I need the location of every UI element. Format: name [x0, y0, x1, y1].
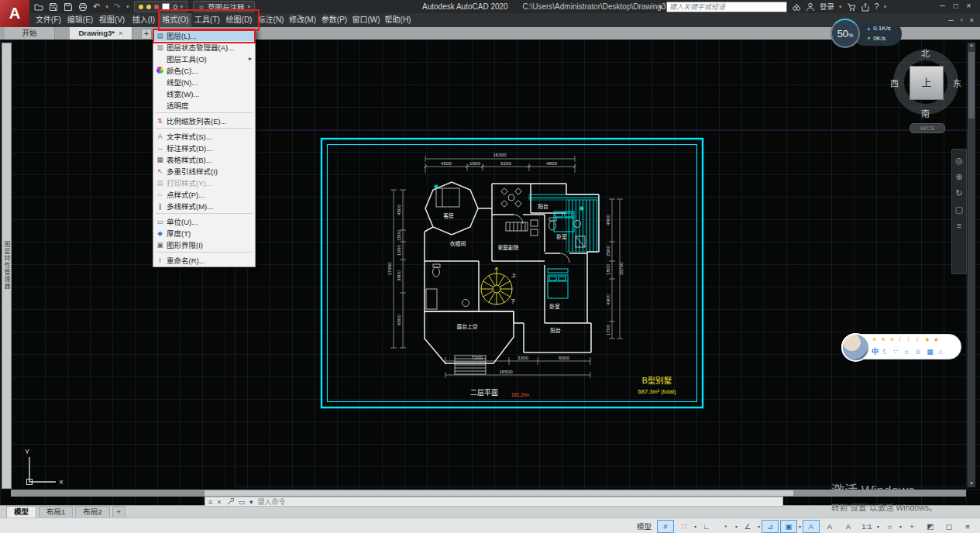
viewcube-top-face[interactable]: 上 — [910, 66, 944, 100]
layer-properties-palette-strip[interactable]: 图层特性管理器 — [2, 43, 12, 489]
save-icon[interactable] — [49, 2, 58, 12]
menu-item-layer-tools[interactable]: 图层工具(O)▸ — [153, 53, 255, 64]
customization-button[interactable]: ≡ — [959, 520, 976, 533]
viewcube-west[interactable]: 西 — [890, 77, 899, 89]
menu-edit[interactable]: 编辑(E) — [64, 13, 96, 27]
menu-item-drawing-limits[interactable]: ▣图形界限(I) — [153, 239, 255, 250]
menu-item-layer[interactable]: ▤图层(L)... — [153, 29, 255, 41]
polar-toggle[interactable]: ◔ — [717, 520, 734, 533]
menu-format[interactable]: 格式(O) — [160, 13, 191, 27]
settings-caret-icon[interactable]: ▾ — [899, 524, 902, 529]
menu-item-layer-states[interactable]: ▥图层状态管理器(A)... — [153, 41, 255, 53]
cmd-menu-icon[interactable]: ≡ — [208, 497, 212, 507]
ime-mode-button[interactable]: 中 — [872, 348, 880, 356]
ime-toolbar[interactable]: ☀ ☀ ☀ ☾ ☾ ☾ ★ ★ 中☾ ∵ ☼ ☺ ▦ ⌂ — [841, 334, 961, 359]
vertical-scrollbar[interactable] — [968, 43, 975, 487]
menu-item-lineweight[interactable]: 线宽(W)... — [153, 88, 255, 99]
menu-item-table-style[interactable]: ▦表格样式(B)... — [153, 153, 255, 165]
cmd-close-icon[interactable]: × — [217, 497, 221, 507]
command-input-placeholder[interactable]: 键入命令 — [258, 497, 286, 507]
close-button[interactable]: × — [962, 0, 975, 12]
nav-more-icon[interactable]: ≡ — [957, 221, 961, 230]
tab-close-icon[interactable]: × — [119, 29, 123, 37]
layer-control[interactable]: 0 ▾ — [134, 1, 187, 12]
new-tab-button[interactable]: + — [141, 29, 152, 40]
menu-item-mline-style[interactable]: ∥多线样式(M)... — [153, 200, 255, 211]
drawing-viewport[interactable]: 图层特性管理器 16300 — [0, 40, 980, 505]
viewcube[interactable]: 北 南 西 东 上 WCS — [889, 48, 963, 135]
undo-caret-icon[interactable]: ▾ — [105, 4, 108, 10]
annotation-visibility-toggle[interactable]: A — [803, 520, 820, 533]
menu-item-thickness[interactable]: ◆厚度(T) — [153, 227, 255, 239]
doc-minimize-button[interactable]: ─ — [948, 13, 953, 27]
osnap-caret-icon[interactable]: ▾ — [799, 524, 801, 529]
scroll-down-icon[interactable]: ▾ — [968, 480, 975, 487]
command-line[interactable]: ≡ × ▭ ▾ 键入命令 — [205, 497, 783, 507]
sign-in-label[interactable]: 登录 — [820, 0, 834, 13]
menu-item-text-style[interactable]: A文字样式(S)... — [153, 130, 255, 142]
wcs-menu[interactable]: WCS — [910, 123, 945, 133]
scroll-up-icon[interactable]: ▴ — [968, 41, 975, 48]
hardware-acceleration-button[interactable]: ◩ — [922, 520, 939, 533]
scale-caret-icon[interactable]: ▾ — [877, 524, 879, 529]
ime-tool-icons[interactable]: 中☾ ∵ ☼ ☺ ▦ ⌂ — [872, 346, 944, 356]
speed-monitor-overlay[interactable]: ▲ 0.1K/s ▼ 0K/s 50% — [830, 19, 902, 50]
tab-layout1[interactable]: 布局1 — [39, 506, 73, 518]
menu-window[interactable]: 窗口(W) — [350, 13, 382, 27]
statusbar-model-label[interactable]: 模型 — [637, 521, 652, 531]
menu-item-transparency[interactable]: 透明度 — [153, 99, 255, 111]
horizontal-scrollbar[interactable] — [11, 490, 966, 497]
ime-buttons[interactable]: ☾ ∵ ☼ ☺ ▦ ⌂ — [882, 348, 944, 356]
menu-item-scale-list[interactable]: ⇅比例缩放列表(E)... — [153, 115, 255, 126]
maximize-button[interactable]: □ — [949, 0, 962, 12]
search-input[interactable] — [666, 2, 787, 12]
grid-toggle[interactable]: # — [657, 520, 674, 533]
share-icon[interactable] — [861, 2, 870, 12]
tab-layout2[interactable]: 布局2 — [75, 506, 109, 518]
vscroll-thumb[interactable] — [968, 52, 975, 119]
new-layout-button[interactable]: + — [112, 506, 126, 518]
open-icon[interactable] — [34, 2, 43, 12]
clean-screen-button[interactable]: ▢ — [940, 520, 958, 533]
undo-icon[interactable]: ↶ — [93, 0, 100, 13]
menu-item-units[interactable]: ▭单位(U)... — [153, 215, 255, 227]
search-icon[interactable] — [792, 2, 801, 12]
nav-orbit-icon[interactable]: ↻ — [955, 188, 962, 198]
menu-item-linetype[interactable]: 线型(N)... — [153, 76, 255, 88]
menu-file[interactable]: 文件(F) — [33, 13, 64, 27]
menu-help[interactable]: 帮助(H) — [382, 13, 414, 27]
menu-item-point-style[interactable]: ∴点样式(P)... — [153, 188, 255, 200]
ime-avatar[interactable] — [841, 333, 870, 362]
ortho-toggle[interactable]: ∟ — [698, 520, 715, 533]
nav-wheel-icon[interactable]: ◎ — [955, 156, 963, 165]
save-as-icon[interactable] — [64, 2, 73, 12]
menu-view[interactable]: 视图(V) — [96, 13, 128, 27]
annotation-scale-toggle[interactable]: A — [840, 520, 857, 533]
hscroll-thumb[interactable] — [205, 490, 793, 496]
menu-modify[interactable]: 修改(M) — [287, 13, 318, 27]
plot-icon[interactable] — [78, 2, 88, 12]
annotation-auto-toggle[interactable]: A — [821, 520, 838, 533]
nav-pan-icon[interactable]: ⊕ — [955, 172, 962, 181]
tab-model[interactable]: 模型 — [6, 506, 36, 518]
otrack-toggle[interactable]: ∠ — [739, 520, 756, 533]
collapse-icon[interactable]: ◂ — [658, 0, 662, 13]
snap-caret-icon[interactable]: ▾ — [694, 524, 696, 529]
menu-draw[interactable]: 绘图(D) — [223, 13, 255, 27]
help-caret-icon[interactable]: ▾ — [884, 4, 887, 10]
polar-caret-icon[interactable]: ▾ — [735, 524, 738, 529]
snap-toggle[interactable]: ∷ — [676, 520, 693, 533]
menu-dimension[interactable]: 标注(N) — [255, 13, 287, 27]
tab-drawing3[interactable]: Drawing3*× — [70, 27, 132, 40]
redo-caret-icon[interactable]: ▾ — [126, 4, 129, 10]
viewcube-south[interactable]: 南 — [921, 107, 930, 119]
memory-usage-ball[interactable]: 50% — [830, 19, 860, 48]
user-icon[interactable] — [806, 2, 815, 12]
object-isolate-button[interactable]: + — [903, 520, 920, 533]
annotation-scale-value[interactable]: 1:1 — [858, 520, 875, 533]
doc-restore-button[interactable]: ▫ — [961, 13, 963, 27]
app-store-cart-icon[interactable] — [847, 2, 856, 12]
cmd-customize-icon[interactable] — [226, 498, 234, 506]
workspace-switcher[interactable]: ☼ 草图与注释 ▾ — [193, 1, 255, 12]
menu-tools[interactable]: 工具(T) — [191, 13, 223, 27]
